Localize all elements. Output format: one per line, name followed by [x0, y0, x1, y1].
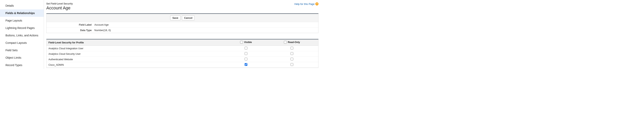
sidebar-item-lightning-record-pages[interactable]: Lightning Record Pages	[0, 24, 44, 32]
field-label-row: Field Label Account Age	[46, 22, 318, 28]
page-titles: Set Field-Level Security Account Age	[46, 2, 73, 10]
field-label-value: Account Age	[94, 23, 318, 26]
cancel-button[interactable]: Cancel	[182, 16, 194, 20]
sidebar-item-record-types[interactable]: Record Types	[0, 62, 44, 69]
save-button[interactable]: Save	[170, 16, 180, 20]
header-profile: Field-Level Security for Profile	[46, 40, 226, 46]
sidebar-item-label: Record Types	[6, 64, 22, 67]
help-link[interactable]: Help for this Page ?	[294, 2, 318, 6]
sidebar-item-compact-layouts[interactable]: Compact Layouts	[0, 39, 44, 46]
readonly-checkbox[interactable]	[290, 52, 293, 55]
visible-checkbox[interactable]	[245, 52, 247, 55]
sidebar-item-label: Page Layouts	[6, 19, 22, 22]
page-title: Account Age	[46, 6, 73, 10]
visible-checkbox[interactable]	[245, 47, 247, 50]
readonly-checkbox[interactable]	[290, 47, 293, 50]
table-row: Analytics Cloud Security User	[46, 51, 318, 57]
header-visible: Visible	[226, 40, 266, 46]
header-readonly: Read-Only	[266, 40, 318, 46]
table-row: Analytics Cloud Integration User	[46, 46, 318, 51]
header-visible-label: Visible	[244, 41, 252, 44]
sidebar-item-field-sets[interactable]: Field Sets	[0, 46, 44, 54]
sidebar-item-label: Buttons, Links, and Actions	[6, 34, 38, 37]
sidebar-item-label: Lightning Record Pages	[6, 26, 34, 30]
visible-checkbox[interactable]	[245, 63, 247, 66]
visible-checkbox[interactable]	[245, 58, 247, 60]
object-manager-sidebar: Details Fields & Relationships Page Layo…	[0, 0, 44, 69]
page-header: Set Field-Level Security Account Age Hel…	[46, 2, 318, 10]
page-subtitle: Set Field-Level Security	[46, 2, 73, 5]
field-label-label: Field Label	[46, 24, 94, 26]
data-type-label: Data Type	[46, 29, 94, 32]
security-table-body: Analytics Cloud Integration User Analyti…	[46, 46, 318, 68]
sidebar-item-object-limits[interactable]: Object Limits	[0, 54, 44, 62]
data-type-row: Data Type Number(18, 0)	[46, 28, 318, 33]
profile-name: Authenticated Website	[46, 57, 226, 62]
button-row: Save Cancel	[46, 14, 318, 22]
data-type-value: Number(18, 0)	[94, 29, 318, 32]
main-content: Set Field-Level Security Account Age Hel…	[44, 0, 322, 69]
visible-select-all-checkbox[interactable]	[240, 41, 243, 44]
sidebar-item-fields-relationships[interactable]: Fields & Relationships	[0, 10, 44, 17]
help-link-label: Help for this Page	[294, 2, 314, 6]
readonly-checkbox[interactable]	[290, 58, 293, 60]
sidebar-item-label: Field Sets	[6, 49, 18, 52]
profile-name: Analytics Cloud Security User	[46, 51, 226, 57]
profile-name: Cisco_ADMIN	[46, 62, 226, 68]
help-icon: ?	[315, 2, 318, 6]
sidebar-item-details[interactable]: Details	[0, 2, 44, 10]
header-readonly-label: Read-Only	[288, 41, 300, 44]
readonly-checkbox[interactable]	[290, 63, 293, 66]
profile-name: Analytics Cloud Integration User	[46, 46, 226, 51]
field-info-panel: Save Cancel Field Label Account Age Data…	[46, 13, 318, 33]
sidebar-item-label: Details	[6, 4, 14, 7]
security-table-panel: Field-Level Security for Profile Visible…	[46, 39, 318, 68]
sidebar-item-label: Object Limits	[6, 56, 21, 59]
table-row: Cisco_ADMIN	[46, 62, 318, 68]
sidebar-item-buttons-links-actions[interactable]: Buttons, Links, and Actions	[0, 32, 44, 39]
sidebar-item-page-layouts[interactable]: Page Layouts	[0, 17, 44, 24]
security-table: Field-Level Security for Profile Visible…	[46, 40, 318, 68]
sidebar-item-label: Fields & Relationships	[6, 12, 35, 15]
sidebar-item-label: Compact Layouts	[6, 41, 27, 44]
table-row: Authenticated Website	[46, 57, 318, 62]
security-table-header-row: Field-Level Security for Profile Visible…	[46, 40, 318, 46]
readonly-select-all-checkbox[interactable]	[284, 41, 287, 44]
